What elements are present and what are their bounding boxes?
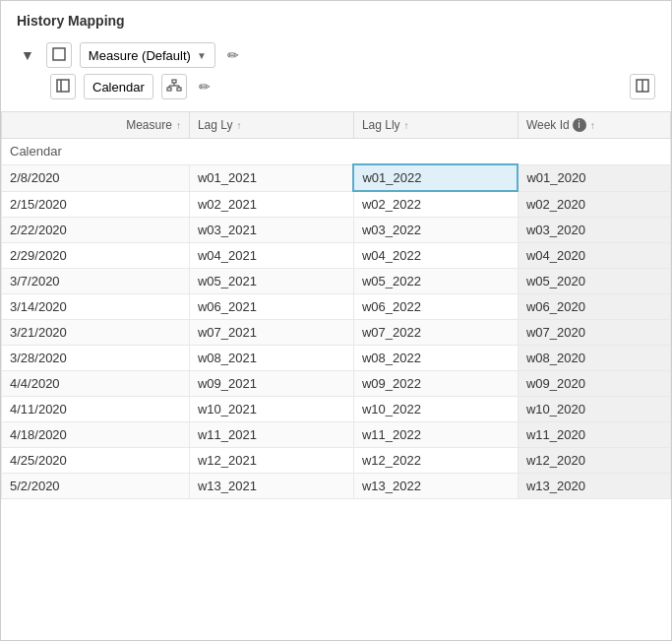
cell-lag-lly[interactable]: w03_2022 — [353, 218, 518, 243]
cell-lag-lly[interactable]: w08_2022 — [353, 346, 518, 371]
sort-lag-ly-button[interactable]: ↑ — [236, 120, 241, 131]
col-header-lag-ly: Lag Ly ↑ — [189, 112, 353, 139]
cell-measure: 4/25/2020 — [2, 448, 190, 474]
cell-lag-lly[interactable]: w05_2022 — [353, 269, 518, 294]
cell-measure: 5/2/2020 — [2, 474, 190, 499]
svg-rect-1 — [57, 80, 69, 92]
table-row: 2/29/2020w04_2021w04_2022w04_2020 — [2, 243, 671, 269]
measure-dropdown-label: Measure (Default) — [89, 48, 191, 63]
cell-lag-lly[interactable]: w07_2022 — [353, 320, 518, 346]
cell-lag-ly: w10_2021 — [189, 397, 353, 422]
cell-measure: 4/4/2020 — [2, 371, 190, 397]
cell-measure: 4/11/2020 — [2, 397, 190, 422]
cell-week-id: w01_2020 — [518, 164, 670, 191]
cell-lag-ly: w11_2021 — [189, 422, 353, 448]
calendar-group-label: Calendar — [2, 139, 671, 165]
cell-measure: 4/18/2020 — [2, 422, 190, 448]
sidebar-icon — [56, 79, 70, 96]
cell-measure: 2/15/2020 — [2, 191, 190, 218]
table-row: 3/21/2020w07_2021w07_2022w07_2020 — [2, 320, 671, 346]
table-row: 2/8/2020w01_2021w01_2022w01_2020 — [2, 164, 671, 191]
cell-lag-lly[interactable]: w12_2022 — [353, 448, 518, 474]
layout-icon-button[interactable] — [46, 42, 72, 68]
cell-lag-lly[interactable]: w09_2022 — [353, 371, 518, 397]
square-icon — [52, 47, 66, 64]
cell-lag-ly: w08_2021 — [189, 346, 353, 371]
cell-measure: 2/29/2020 — [2, 243, 190, 269]
cell-measure: 3/28/2020 — [2, 346, 190, 371]
edit-icon: ✏ — [227, 47, 239, 63]
hierarchy-icon-button[interactable] — [161, 74, 187, 99]
calendar-dropdown-label: Calendar — [92, 80, 145, 95]
cell-week-id: w08_2020 — [518, 346, 670, 371]
data-table-wrapper: Measure ↑ Lag Ly ↑ Lag Lly ↑ — [1, 111, 671, 499]
table-row: 2/22/2020w03_2021w03_2022w03_2020 — [2, 218, 671, 243]
svg-rect-0 — [53, 48, 65, 60]
col-header-week-id: Week Id i ↑ — [518, 112, 670, 139]
cell-lag-ly: w05_2021 — [189, 269, 353, 294]
cell-measure: 3/7/2020 — [2, 269, 190, 294]
toolbar-row-1: ▼ Measure (Default) ▼ ✏ — [17, 42, 655, 68]
calendar-edit-button[interactable]: ✏ — [195, 77, 214, 96]
chevron-down-icon: ▼ — [197, 50, 207, 61]
cell-lag-ly: w04_2021 — [189, 243, 353, 269]
cell-lag-ly: w13_2021 — [189, 474, 353, 499]
sort-measure-button[interactable]: ↑ — [176, 120, 181, 131]
measure-dropdown[interactable]: Measure (Default) ▼ — [80, 42, 215, 68]
cell-lag-lly[interactable]: w11_2022 — [353, 422, 518, 448]
cell-measure: 3/21/2020 — [2, 320, 190, 346]
table-row: 4/11/2020w10_2021w10_2022w10_2020 — [2, 397, 671, 422]
cell-measure: 2/22/2020 — [2, 218, 190, 243]
cell-lag-lly[interactable]: w13_2022 — [353, 474, 518, 499]
sidebar-icon-button[interactable] — [50, 74, 76, 99]
svg-rect-5 — [177, 88, 181, 91]
hierarchy-icon — [166, 79, 182, 96]
edit-icon-2: ✏ — [199, 79, 211, 95]
sort-week-id-button[interactable]: ↑ — [590, 120, 595, 131]
cell-week-id: w07_2020 — [518, 320, 670, 346]
measure-edit-button[interactable]: ✏ — [223, 45, 243, 65]
col-header-lag-lly: Lag Lly ↑ — [353, 112, 518, 139]
cell-lag-lly[interactable]: w04_2022 — [353, 243, 518, 269]
toolbar-row-2: Calendar ✏ — [17, 74, 655, 99]
cell-lag-lly[interactable]: w06_2022 — [353, 294, 518, 320]
week-id-info-icon: i — [573, 118, 586, 132]
cell-lag-ly: w12_2021 — [189, 448, 353, 474]
cell-lag-ly: w06_2021 — [189, 294, 353, 320]
table-row: 3/28/2020w08_2021w08_2022w08_2020 — [2, 346, 671, 371]
table-row: 4/18/2020w11_2021w11_2022w11_2020 — [2, 422, 671, 448]
history-mapping-panel: History Mapping ▼ Measure (Default) ▼ ✏ — [0, 0, 672, 641]
cell-lag-ly: w01_2021 — [189, 164, 353, 191]
collapse-button[interactable]: ▼ — [17, 45, 38, 65]
title-text: History Mapping — [17, 13, 125, 29]
panel-title: History Mapping — [1, 1, 671, 36]
cell-week-id: w11_2020 — [518, 422, 670, 448]
cell-week-id: w10_2020 — [518, 397, 670, 422]
cell-lag-lly[interactable]: w02_2022 — [353, 191, 518, 218]
table-header-row: Measure ↑ Lag Ly ↑ Lag Lly ↑ — [2, 112, 671, 139]
cell-lag-lly[interactable]: w10_2022 — [353, 397, 518, 422]
table-row: 3/7/2020w05_2021w05_2022w05_2020 — [2, 269, 671, 294]
cell-week-id: w12_2020 — [518, 448, 670, 474]
table-row: 2/15/2020w02_2021w02_2022w02_2020 — [2, 191, 671, 218]
expand-icon — [636, 79, 649, 96]
table-row: 5/2/2020w13_2021w13_2022w13_2020 — [2, 474, 671, 499]
cell-week-id: w06_2020 — [518, 294, 670, 320]
calendar-dropdown[interactable]: Calendar — [84, 74, 153, 99]
cell-lag-ly: w09_2021 — [189, 371, 353, 397]
cell-measure: 2/8/2020 — [2, 164, 190, 191]
cell-week-id: w09_2020 — [518, 371, 670, 397]
cell-week-id: w04_2020 — [518, 243, 670, 269]
cell-week-id: w03_2020 — [518, 218, 670, 243]
cell-lag-ly: w03_2021 — [189, 218, 353, 243]
cell-lag-lly[interactable]: w01_2022 — [353, 164, 518, 191]
sort-lag-lly-button[interactable]: ↑ — [404, 120, 409, 131]
expand-icon-button[interactable] — [630, 74, 655, 99]
table-row: 3/14/2020w06_2021w06_2022w06_2020 — [2, 294, 671, 320]
svg-rect-3 — [172, 80, 176, 83]
toolbar: ▼ Measure (Default) ▼ ✏ — [1, 36, 671, 105]
calendar-group-row: Calendar — [2, 139, 671, 165]
svg-rect-4 — [167, 88, 171, 91]
cell-measure: 3/14/2020 — [2, 294, 190, 320]
cell-lag-ly: w07_2021 — [189, 320, 353, 346]
